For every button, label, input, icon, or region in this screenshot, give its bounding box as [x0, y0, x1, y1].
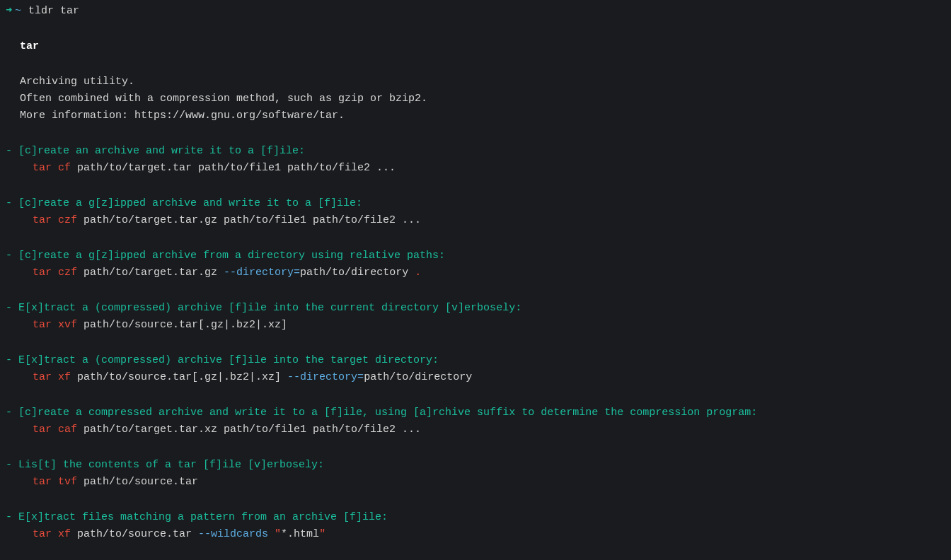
example-desc-text: E[x]tract a (compressed) archive [f]ile … [18, 302, 521, 314]
example-description: - E[x]tract a (compressed) archive [f]il… [6, 352, 945, 369]
example-block: - E[x]tract a (compressed) archive [f]il… [20, 300, 945, 334]
indent [20, 528, 33, 540]
page-title: tar [20, 38, 945, 55]
indent [20, 267, 33, 279]
example-block: - [c]reate a g[z]ipped archive from a di… [20, 247, 945, 281]
cmd-arg: path/to/source.tar[.gz|.bz2|.xz] [77, 319, 287, 331]
example-description: - [c]reate a g[z]ipped archive and write… [6, 195, 945, 212]
indent [20, 162, 33, 174]
example-description: - Lis[t] the contents of a tar [f]ile [v… [6, 457, 945, 474]
example-command: tar xf path/to/source.tar --wildcards "*… [20, 526, 945, 543]
bullet-dash: - [6, 302, 18, 314]
cmd-keyword: tar czf [33, 267, 77, 279]
prompt-dir: ~ [15, 3, 21, 20]
example-desc-text: [c]reate an archive and write it to a [f… [18, 145, 305, 157]
cmd-arg: path/to/source.tar [77, 476, 198, 488]
shell-prompt[interactable]: ➜ ~ tldr tar [6, 3, 945, 20]
cmd-arg: *.html [281, 528, 319, 540]
examples-container: - [c]reate an archive and write it to a … [20, 143, 945, 543]
cmd-arg: path/to/source.tar [71, 528, 198, 540]
example-description: - [c]reate an archive and write it to a … [6, 143, 945, 160]
example-desc-text: [c]reate a compressed archive and write … [18, 407, 757, 419]
arrow-icon: ➜ [6, 3, 12, 20]
bullet-dash: - [6, 407, 18, 419]
cmd-keyword: tar cf [33, 162, 71, 174]
cmd-arg: path/to/target.tar.xz path/to/file1 path… [77, 424, 421, 436]
example-block: - [c]reate an archive and write it to a … [20, 143, 945, 177]
bullet-dash: - [6, 459, 18, 471]
tldr-output: tar Archiving utility.Often combined wit… [6, 38, 945, 543]
description-line: More information: https://www.gnu.org/so… [20, 107, 945, 124]
indent [20, 371, 33, 383]
example-description: - [c]reate a compressed archive and writ… [6, 404, 945, 421]
cmd-arg: path/to/target.tar.gz path/to/file1 path… [77, 214, 421, 226]
typed-command: tldr tar [28, 3, 79, 20]
cmd-keyword: " [319, 528, 325, 540]
cmd-keyword: tar xvf [33, 319, 77, 331]
example-desc-text: [c]reate a g[z]ipped archive and write i… [18, 197, 362, 209]
bullet-dash: - [6, 250, 18, 262]
example-desc-text: E[x]tract a (compressed) archive [f]ile … [18, 354, 439, 366]
example-block: - Lis[t] the contents of a tar [f]ile [v… [20, 457, 945, 491]
example-command: tar cf path/to/target.tar path/to/file1 … [20, 160, 945, 177]
example-block: - [c]reate a g[z]ipped archive and write… [20, 195, 945, 229]
cmd-arg: path/to/directory [300, 267, 415, 279]
cmd-keyword: tar czf [33, 214, 77, 226]
indent [20, 319, 33, 331]
cmd-arg: path/to/directory [364, 371, 472, 383]
example-desc-text: E[x]tract files matching a pattern from … [18, 511, 388, 523]
example-desc-text: [c]reate a g[z]ipped archive from a dire… [18, 250, 445, 262]
example-block: - [c]reate a compressed archive and writ… [20, 404, 945, 438]
cmd-keyword: tar caf [33, 424, 77, 436]
cmd-arg: path/to/target.tar.gz [77, 267, 224, 279]
cmd-arg: path/to/target.tar path/to/file1 path/to… [71, 162, 396, 174]
example-command: tar xvf path/to/source.tar[.gz|.bz2|.xz] [20, 317, 945, 334]
bullet-dash: - [6, 511, 18, 523]
indent [20, 424, 33, 436]
example-block: - E[x]tract files matching a pattern fro… [20, 509, 945, 543]
cmd-flag: --directory= [287, 371, 364, 383]
example-description: - [c]reate a g[z]ipped archive from a di… [6, 247, 945, 264]
example-desc-text: Lis[t] the contents of a tar [f]ile [v]e… [18, 459, 324, 471]
description-line: Archiving utility. [20, 74, 945, 91]
example-command: tar tvf path/to/source.tar [20, 474, 945, 491]
example-command: tar xf path/to/source.tar[.gz|.bz2|.xz] … [20, 369, 945, 386]
bullet-dash: - [6, 145, 18, 157]
cmd-flag: --directory= [224, 267, 300, 279]
bullet-dash: - [6, 354, 18, 366]
description-block: Archiving utility.Often combined with a … [20, 74, 945, 124]
example-command: tar caf path/to/target.tar.xz path/to/fi… [20, 421, 945, 438]
bullet-dash: - [6, 197, 18, 209]
example-command: tar czf path/to/target.tar.gz --director… [20, 264, 945, 281]
cmd-arg: path/to/source.tar[.gz|.bz2|.xz] [71, 371, 287, 383]
description-line: Often combined with a compression method… [20, 91, 945, 107]
cmd-keyword: tar xf [33, 528, 71, 540]
example-command: tar czf path/to/target.tar.gz path/to/fi… [20, 212, 945, 229]
cmd-keyword: tar xf [33, 371, 71, 383]
example-description: - E[x]tract a (compressed) archive [f]il… [6, 300, 945, 317]
cmd-keyword: tar tvf [33, 476, 77, 488]
example-block: - E[x]tract a (compressed) archive [f]il… [20, 352, 945, 386]
cmd-flag: --wildcards [198, 528, 275, 540]
indent [20, 476, 33, 488]
example-description: - E[x]tract files matching a pattern fro… [6, 509, 945, 526]
indent [20, 214, 33, 226]
cmd-keyword: . [415, 267, 421, 279]
cmd-keyword: " [275, 528, 281, 540]
